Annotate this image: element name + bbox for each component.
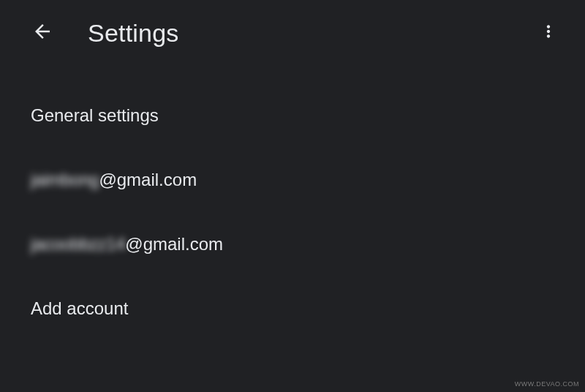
more-vert-icon: [539, 22, 558, 44]
watermark-text: WWW.DEVAO.COM: [515, 380, 579, 388]
account-domain: @gmail.com: [99, 170, 197, 190]
account-item[interactable]: jacoobbzz14@gmail.com: [0, 212, 585, 276]
general-settings-label: General settings: [31, 105, 159, 125]
settings-list: General settings jaimbong@gmail.com jaco…: [0, 66, 585, 341]
general-settings-item[interactable]: General settings: [0, 83, 585, 148]
account-username-obscured: jacoobbzz14: [31, 234, 125, 255]
add-account-item[interactable]: Add account: [0, 276, 585, 341]
overflow-menu-button[interactable]: [531, 15, 566, 50]
add-account-label: Add account: [31, 298, 128, 318]
account-domain: @gmail.com: [125, 234, 223, 255]
account-username-obscured: jaimbong: [31, 170, 99, 190]
account-item[interactable]: jaimbong@gmail.com: [0, 148, 585, 212]
app-bar: Settings: [0, 0, 585, 66]
back-button[interactable]: [25, 15, 60, 50]
page-title: Settings: [88, 19, 178, 48]
arrow-back-icon: [31, 20, 53, 45]
